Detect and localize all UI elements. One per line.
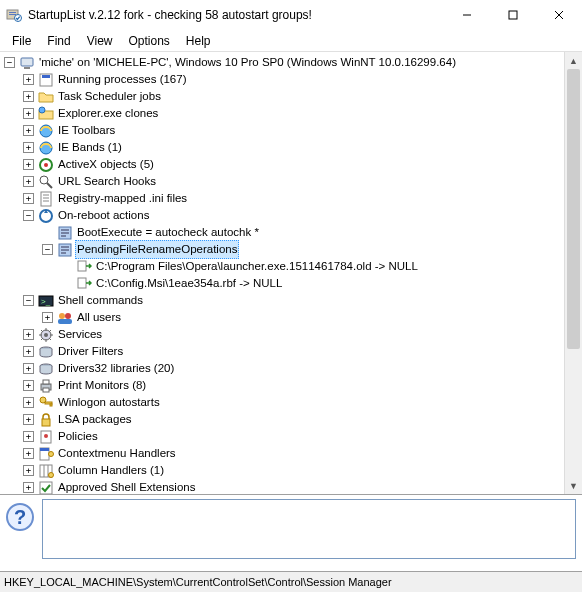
svg-rect-2 — [9, 14, 16, 15]
collapse-toggle[interactable]: − — [23, 210, 34, 221]
expand-toggle[interactable]: + — [23, 125, 34, 136]
titlebar: StartupList v.2.12 fork - checking 58 au… — [0, 0, 582, 31]
expand-toggle[interactable]: + — [23, 346, 34, 357]
ie-icon — [38, 140, 54, 156]
scroll-up-arrow[interactable]: ▲ — [565, 52, 582, 69]
tree-leaf-label[interactable]: BootExecute = autocheck autochk * — [77, 224, 259, 241]
tree-node-label[interactable]: URL Search Hooks — [58, 173, 156, 190]
svg-rect-20 — [41, 192, 51, 206]
maximize-button[interactable] — [490, 0, 536, 30]
tree-node-label[interactable]: All users — [77, 309, 121, 326]
tree-leaf-label[interactable]: C:\Config.Msi\1eae354a.rbf -> NULL — [96, 275, 282, 292]
tree-node-label[interactable]: Running processes (167) — [58, 71, 187, 88]
minimize-button[interactable] — [444, 0, 490, 30]
collapse-toggle[interactable]: − — [42, 244, 53, 255]
svg-rect-33 — [58, 319, 72, 324]
script-icon — [57, 242, 73, 258]
tree-node-label[interactable]: Explorer.exe clones — [58, 105, 158, 122]
tree-node-label[interactable]: Contextmenu Handlers — [58, 445, 176, 462]
svg-text:>_: >_ — [41, 297, 51, 306]
expand-toggle[interactable]: + — [23, 91, 34, 102]
svg-text:?: ? — [14, 506, 26, 528]
menu-options[interactable]: Options — [120, 32, 177, 50]
svg-rect-5 — [509, 11, 517, 19]
svg-rect-1 — [9, 12, 16, 13]
menubar: File Find View Options Help — [0, 31, 582, 51]
menu-find[interactable]: Find — [39, 32, 78, 50]
expand-toggle[interactable]: + — [23, 74, 34, 85]
tree-node-label-selected[interactable]: PendingFileRenameOperations — [75, 240, 239, 259]
svg-rect-8 — [21, 58, 33, 66]
vertical-scrollbar[interactable]: ▲ ▼ — [564, 52, 582, 494]
svg-point-46 — [44, 434, 48, 438]
root-node-label[interactable]: 'miche' on 'MICHELE-PC', Windows 10 Pro … — [39, 54, 456, 71]
tree-node-label[interactable]: IE Toolbars — [58, 122, 115, 139]
tree-view[interactable]: − 'miche' on 'MICHELE-PC', Windows 10 Pr… — [0, 51, 582, 495]
tree-node-label[interactable]: Drivers32 libraries (20) — [58, 360, 174, 377]
tree-node-label[interactable]: ActiveX objects (5) — [58, 156, 154, 173]
expand-toggle[interactable]: + — [23, 193, 34, 204]
expand-toggle[interactable]: + — [23, 380, 34, 391]
close-button[interactable] — [536, 0, 582, 30]
expand-toggle[interactable]: + — [23, 176, 34, 187]
tree-node-label[interactable]: LSA packages — [58, 411, 132, 428]
svg-point-13 — [39, 107, 45, 113]
column-icon — [38, 463, 54, 479]
scroll-thumb[interactable] — [567, 69, 580, 349]
tree-node-label[interactable]: IE Bands (1) — [58, 139, 122, 156]
expand-toggle[interactable]: + — [23, 465, 34, 476]
tree-node-label[interactable]: Task Scheduler jobs — [58, 88, 161, 105]
info-textbox[interactable] — [42, 499, 576, 559]
tree-node-label[interactable]: Print Monitors (8) — [58, 377, 146, 394]
computer-icon — [19, 55, 35, 71]
tree-node-label[interactable]: Driver Filters — [58, 343, 123, 360]
shell-icon: >_ — [38, 293, 54, 309]
script-icon — [57, 225, 73, 241]
expand-toggle[interactable]: + — [23, 363, 34, 374]
svg-point-18 — [40, 176, 48, 184]
tree-node-label[interactable]: Services — [58, 326, 102, 343]
collapse-toggle[interactable]: − — [4, 57, 15, 68]
context-menu-icon — [38, 446, 54, 462]
expand-toggle[interactable]: + — [23, 448, 34, 459]
tree-node-label[interactable]: Approved Shell Extensions — [58, 479, 195, 495]
file-move-icon — [76, 259, 92, 275]
users-icon — [57, 310, 73, 326]
svg-point-35 — [44, 333, 48, 337]
status-text: HKEY_LOCAL_MACHINE\System\CurrentControl… — [4, 576, 392, 588]
search-icon — [38, 174, 54, 190]
file-move-icon — [76, 276, 92, 292]
expand-toggle[interactable]: + — [23, 397, 34, 408]
menu-help[interactable]: Help — [178, 32, 219, 50]
explorer-icon — [38, 106, 54, 122]
tree-node-label[interactable]: Shell commands — [58, 292, 143, 309]
svg-rect-39 — [43, 380, 49, 384]
ie-icon — [38, 123, 54, 139]
tree-node-label[interactable]: Registry-mapped .ini files — [58, 190, 187, 207]
expand-toggle[interactable]: + — [23, 431, 34, 442]
menu-view[interactable]: View — [79, 32, 121, 50]
tree-node-label[interactable]: On-reboot actions — [58, 207, 149, 224]
expand-toggle[interactable]: + — [23, 159, 34, 170]
process-icon — [38, 72, 54, 88]
expand-toggle[interactable]: + — [23, 329, 34, 340]
expand-toggle[interactable]: + — [23, 108, 34, 119]
collapse-toggle[interactable]: − — [23, 295, 34, 306]
svg-rect-40 — [43, 388, 49, 392]
scroll-down-arrow[interactable]: ▼ — [565, 477, 582, 494]
expand-toggle[interactable]: + — [42, 312, 53, 323]
activex-icon — [38, 157, 54, 173]
tree-node-label[interactable]: Column Handlers (1) — [58, 462, 164, 479]
svg-point-17 — [44, 163, 48, 167]
svg-point-49 — [49, 451, 54, 456]
svg-rect-11 — [42, 75, 50, 78]
services-icon — [38, 327, 54, 343]
expand-toggle[interactable]: + — [23, 482, 34, 493]
tree-node-label[interactable]: Winlogon autostarts — [58, 394, 160, 411]
app-icon — [6, 7, 22, 23]
tree-leaf-label[interactable]: C:\Program Files\Opera\launcher.exe.1511… — [96, 258, 418, 275]
expand-toggle[interactable]: + — [23, 414, 34, 425]
expand-toggle[interactable]: + — [23, 142, 34, 153]
tree-node-label[interactable]: Policies — [58, 428, 98, 445]
menu-file[interactable]: File — [4, 32, 39, 50]
